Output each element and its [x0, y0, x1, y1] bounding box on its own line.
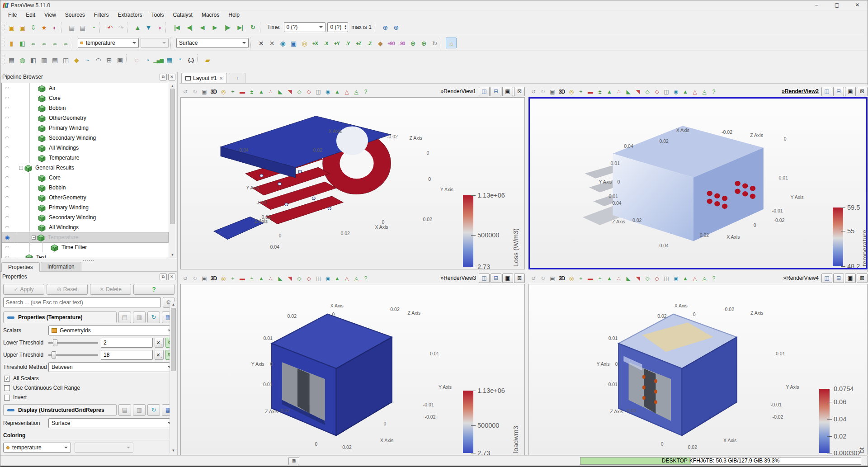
tooltip-icon[interactable]: ? — [361, 274, 370, 283]
maximize-button[interactable]: ▣ — [502, 274, 513, 283]
interactive-select-points-icon[interactable]: ◉ — [671, 87, 680, 96]
split-horizontal-button[interactable]: ◫ — [821, 274, 832, 283]
visibility-off-icon[interactable]: ◠ — [2, 155, 13, 161]
render-view-3[interactable]: ↺↻▣3D◎+▬±▲∴◣◥◇◇◫◉▲△◬?»RenderView3◫⊟▣⊠ X … — [179, 272, 526, 456]
rotate-90-ccw-icon[interactable]: -90 — [396, 38, 407, 48]
select-points-on-icon[interactable]: ∴ — [614, 274, 623, 283]
expander-icon[interactable]: − — [32, 236, 36, 240]
help-button[interactable]: ? — [133, 284, 175, 295]
visibility-off-icon[interactable]: ◠ — [2, 185, 13, 191]
color-legend[interactable]: 59.55548.2temperature — [833, 208, 868, 266]
split-vertical-button[interactable]: ⊟ — [491, 87, 501, 96]
apply-button[interactable]: ✓Apply — [3, 284, 44, 295]
interactive-select-cells-icon[interactable]: ▲ — [680, 274, 690, 283]
select-cells-through-icon[interactable]: ◣ — [275, 274, 285, 283]
histogram-icon[interactable]: ▁▄▆ — [153, 54, 164, 65]
render-view-2[interactable]: ↺↻▣3D◎+▬±▲∴◣◥◇◇◫◉▲△◬?»RenderView2◫⊟▣⊠ X … — [528, 85, 868, 270]
color-array-combo[interactable]: temperature — [78, 38, 139, 48]
set-view-minus-x-icon[interactable]: -X — [321, 38, 331, 48]
select-cells-through-icon[interactable]: ◣ — [275, 87, 285, 96]
visibility-on-icon[interactable]: ◉ — [2, 234, 13, 241]
select-points-polygon-icon[interactable]: ◇ — [304, 87, 313, 96]
select-points-on-icon[interactable]: ∴ — [266, 274, 275, 283]
add-selection-icon[interactable]: + — [576, 87, 585, 96]
scalars-dropdown[interactable]: GeometryIds — [48, 325, 175, 335]
split-horizontal-button[interactable]: ◫ — [479, 87, 490, 96]
save-state-icon[interactable]: ★ — [38, 22, 49, 33]
visibility-off-icon[interactable]: ◠ — [2, 115, 13, 121]
connect-icon[interactable]: ▤ — [66, 22, 77, 33]
coloring-array-dropdown[interactable]: temperature — [3, 443, 71, 453]
toggle-3d-icon[interactable]: 3D — [557, 87, 566, 96]
hover-cells-icon[interactable]: ◬ — [699, 274, 709, 283]
checkbox-all-scalars[interactable]: ✓All Scalars — [4, 375, 175, 382]
upper-threshold-slider[interactable] — [48, 350, 98, 360]
open-icon[interactable]: ▣ — [6, 22, 17, 33]
rotate-90-cw-icon[interactable]: +90 — [386, 38, 396, 48]
interactive-select-points-icon[interactable]: ◉ — [323, 87, 332, 96]
split-horizontal-button[interactable]: ◫ — [479, 274, 490, 283]
hover-cells-icon[interactable]: ◬ — [699, 87, 709, 96]
threshold-icon[interactable]: ▤ — [49, 54, 60, 65]
split-horizontal-button[interactable]: ◫ — [821, 87, 832, 96]
delete-button[interactable]: ✕Delete — [90, 284, 131, 295]
plot-over-line-icon[interactable]: ◔ — [142, 54, 153, 65]
visibility-off-icon[interactable]: ◠ — [2, 175, 13, 181]
lower-clear-button[interactable]: ✕˯ — [155, 338, 164, 348]
select-points-on-icon[interactable]: ∴ — [614, 87, 623, 96]
add-selection-icon[interactable]: + — [228, 274, 237, 283]
visibility-off-icon[interactable]: ◠ — [2, 135, 13, 141]
add-layout-tab[interactable]: + — [229, 73, 245, 83]
reset-display-button[interactable]: ↻ — [147, 404, 160, 416]
interactive-select-points-icon[interactable]: ◉ — [323, 274, 332, 283]
camera-redo-icon[interactable]: ↻ — [538, 87, 547, 96]
select-cells-through-icon[interactable]: ◣ — [623, 274, 633, 283]
toggle-3d-icon[interactable]: 3D — [557, 274, 566, 283]
zoom-to-box-icon[interactable]: ▣ — [288, 38, 299, 48]
warp-icon[interactable]: ◠ — [93, 54, 104, 65]
save-icon[interactable]: ▣ — [17, 22, 28, 33]
toggle-3d-icon[interactable]: 3D — [209, 87, 218, 96]
threshold-method-dropdown[interactable]: Between — [48, 362, 175, 372]
select-block-icon[interactable]: ◫ — [313, 274, 323, 283]
pipeline-item-secondary-winding[interactable]: ◠Secondary Winding — [2, 133, 168, 143]
menu-macros[interactable]: Macros — [198, 11, 223, 19]
probe-location-icon[interactable]: ◌ — [131, 54, 142, 65]
checkbox-use-continuous-cell-range[interactable]: Use Continuous Cell Range — [4, 385, 175, 391]
pipeline-item-core[interactable]: ◠Core — [2, 93, 168, 103]
select-cells-on-icon[interactable]: ▲ — [604, 87, 614, 96]
camera-undo-icon[interactable]: ↺ — [180, 87, 190, 96]
representation-combo[interactable]: Surface — [176, 38, 249, 48]
toggle-color-legend-icon[interactable]: ▮ — [6, 38, 17, 48]
toggle-selection-icon[interactable]: ± — [247, 87, 256, 96]
zoom-to-data-icon[interactable]: ◎ — [299, 38, 310, 48]
pipeline-item-temperature[interactable]: ◉−Temperature — [2, 232, 168, 242]
reset-center-icon[interactable]: ◉ — [277, 38, 288, 48]
set-view-minus-z-icon[interactable]: -Z — [364, 38, 375, 48]
next-frame-icon[interactable]: |▶ — [221, 22, 234, 33]
pipeline-item-core[interactable]: ◠Core — [2, 173, 168, 183]
select-block-icon[interactable]: ◫ — [661, 274, 671, 283]
close-properties-button[interactable]: ✕ — [168, 274, 175, 280]
capture-screenshot-icon[interactable]: ▣ — [199, 87, 209, 96]
hover-points-icon[interactable]: △ — [342, 87, 351, 96]
extract-time-icon[interactable]: * — [175, 54, 185, 65]
first-frame-icon[interactable]: |◀ — [170, 22, 183, 33]
add-selection-icon[interactable]: + — [576, 274, 585, 283]
subtract-selection-icon[interactable]: ▬ — [585, 274, 595, 283]
search-input[interactable] — [3, 297, 161, 307]
disconnect-icon[interactable]: ▤ — [77, 22, 88, 33]
select-block-icon[interactable]: ◫ — [313, 87, 323, 96]
zoom-to-data-icon[interactable]: ◎ — [218, 87, 228, 96]
visibility-off-icon[interactable]: ◠ — [2, 165, 13, 171]
select-points-through-icon[interactable]: ◥ — [633, 274, 642, 283]
calculator-icon[interactable]: ▦ — [6, 54, 17, 65]
pipeline-item-bobbin[interactable]: ◠Bobbin — [2, 183, 168, 193]
select-block-icon[interactable]: ◫ — [661, 87, 671, 96]
reset-properties-button[interactable]: ↻ — [147, 311, 160, 323]
visibility-off-icon[interactable]: ◠ — [2, 85, 13, 91]
lower-threshold-slider[interactable] — [48, 338, 98, 348]
show-center-axes-icon[interactable]: ✕ — [255, 38, 266, 48]
undo-icon[interactable]: ↶ — [104, 22, 115, 33]
viewport[interactable]: X Axis-0.020Z Axis0.020.01Y Axis0-0.01Z … — [528, 284, 868, 455]
